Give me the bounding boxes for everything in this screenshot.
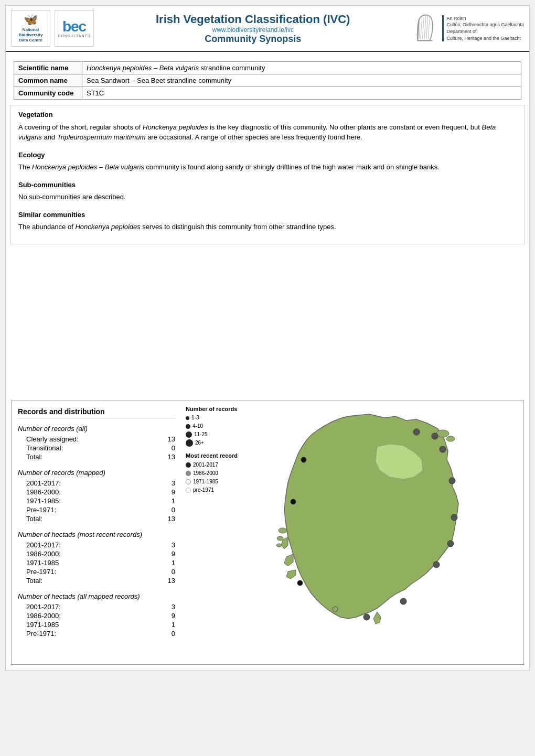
list-item: Total: 13 xyxy=(18,452,175,461)
svg-point-11 xyxy=(436,430,449,437)
svg-point-15 xyxy=(440,446,446,452)
row-value: 1 xyxy=(159,621,175,629)
list-item: Total: 13 xyxy=(18,576,175,585)
row-value: 3 xyxy=(159,479,175,487)
bec-main-text: bec xyxy=(62,19,86,34)
community-info-table: Scientific name Honckenya peploides – Be… xyxy=(14,61,521,100)
svg-point-21 xyxy=(363,614,370,620)
main-content-wrapper: Vegetation A covering of the short, regu… xyxy=(10,105,525,244)
row-label: 1971-1985: xyxy=(26,497,61,505)
row-label: Pre-1971: xyxy=(26,630,56,638)
row-value: 0 xyxy=(159,444,175,452)
list-item: 1986-2000: 9 xyxy=(18,549,175,558)
row-value: 0 xyxy=(159,506,175,514)
row-value: 13 xyxy=(159,435,175,443)
similar-communities-section: Similar communities The abundance of Hon… xyxy=(18,210,517,232)
sub-communities-section: Sub-communities No sub-communities are d… xyxy=(18,180,517,202)
list-item: Clearly assigned: 13 xyxy=(18,435,175,444)
legend-label: 1971-1985 xyxy=(193,478,218,486)
row-label: 2001-2017: xyxy=(26,541,61,549)
page-header: 🦋 NationalBiodiversityData Centre bec CO… xyxy=(6,6,529,52)
group-all-title: Number of records (all) xyxy=(18,425,175,433)
row-value: 1 xyxy=(159,497,175,505)
row-label: Pre-1971: xyxy=(26,568,56,576)
nbdc-logo: 🦋 NationalBiodiversityData Centre xyxy=(11,10,50,47)
records-title: Records and distribution xyxy=(18,407,175,418)
dept-line3: Department of xyxy=(446,29,476,34)
row-value: 9 xyxy=(159,612,175,620)
common-name-value: Sea Sandwort – Sea Beet strandline commu… xyxy=(82,74,521,87)
legend-item: 1971-1985 xyxy=(186,478,238,486)
row-value: 1 xyxy=(159,559,175,567)
similar-communities-body: The abundance of Honckenya peploides ser… xyxy=(18,222,517,232)
row-value: 0 xyxy=(159,630,175,638)
row-label: Transitional: xyxy=(26,444,63,452)
group-mapped-title: Number of records (mapped) xyxy=(18,469,175,477)
list-item: 2001-2017: 3 xyxy=(18,479,175,488)
content-section: Vegetation A covering of the short, regu… xyxy=(10,105,525,244)
website-url[interactable]: www.biodiversityireland.ie/ivc xyxy=(212,26,294,34)
records-group-mapped: Number of records (mapped) 2001-2017: 3 … xyxy=(18,469,175,523)
records-right: Number of records 1-3 4-10 11-25 xyxy=(186,407,517,658)
svg-line-7 xyxy=(429,17,430,39)
svg-line-4 xyxy=(423,17,424,39)
row-value: 3 xyxy=(159,603,175,611)
list-item: 2001-2017: 3 xyxy=(18,602,175,611)
row-label: 1986-2000: xyxy=(26,612,61,620)
row-value: 13 xyxy=(159,515,175,523)
legend-label: pre-1971 xyxy=(193,486,214,494)
ecology-section: Ecology The Honckenya peploides – Beta v… xyxy=(18,150,517,172)
scientific-name-value: Honckenya peploides – Beta vulgaris stra… xyxy=(82,62,521,74)
bird-icon: 🦋 xyxy=(24,13,38,27)
bec-sub-text: CONSULTANTS xyxy=(58,34,90,38)
svg-point-17 xyxy=(451,514,457,521)
header-title-block: Irish Vegetation Classification (IVC) ww… xyxy=(99,10,406,47)
legend-label: 11-25 xyxy=(194,430,208,439)
logos-container: 🦋 NationalBiodiversityData Centre bec CO… xyxy=(11,10,94,47)
row-value: 3 xyxy=(159,541,175,549)
group-hectads-recent-title: Number of hectads (most recent records) xyxy=(18,531,175,538)
svg-point-12 xyxy=(446,436,455,441)
vegetation-body: A covering of the short, regular shoots … xyxy=(18,122,517,143)
legend-item: 1-3 xyxy=(186,414,238,422)
legend-recent-title: Most recent record xyxy=(186,451,238,461)
svg-point-19 xyxy=(433,561,440,568)
ecology-title: Ecology xyxy=(18,150,517,160)
svg-point-8 xyxy=(279,528,287,533)
legend-item: 26+ xyxy=(186,439,238,447)
list-item: Transitional: 0 xyxy=(18,444,175,452)
row-label: 2001-2017: xyxy=(26,479,61,487)
similar-communities-title: Similar communities xyxy=(18,210,517,220)
bec-logo: bec CONSULTANTS xyxy=(55,10,94,47)
table-row: Common name Sea Sandwort – Sea Beet stra… xyxy=(14,74,521,87)
records-group-hectads-recent: Number of hectads (most recent records) … xyxy=(18,531,175,585)
legend-item: 2001-2017 xyxy=(186,461,238,469)
ecology-body: The Honckenya peploides – Beta vulgaris … xyxy=(18,162,517,172)
list-item: Total: 13 xyxy=(18,514,175,523)
legend-label: 4-10 xyxy=(192,422,203,430)
nbdc-label: NationalBiodiversityData Centre xyxy=(19,27,43,44)
table-row: Scientific name Honckenya peploides – Be… xyxy=(14,62,521,74)
dept-line1: An Roinn xyxy=(446,16,466,21)
group-hectads-all-title: Number of hectads (all mapped records) xyxy=(18,592,175,600)
legend-label: 1-3 xyxy=(191,414,199,422)
department-info: An Roinn Cultúir, Oidhreachta agus Gaelt… xyxy=(442,15,524,41)
scientific-name-label: Scientific name xyxy=(14,62,82,74)
table-row: Community code ST1C xyxy=(14,87,521,100)
legend-label: 2001-2017 xyxy=(193,461,218,469)
dot-icon xyxy=(186,416,189,420)
common-name-label: Common name xyxy=(14,74,82,87)
subtitle: Community Synopsis xyxy=(205,34,301,45)
list-item: Pre-1971: 0 xyxy=(18,505,175,514)
row-value: 9 xyxy=(159,550,175,558)
dot-icon xyxy=(186,439,193,447)
dept-line4: Culture, Heritage and the Gaeltacht xyxy=(446,36,521,41)
records-group-all: Number of records (all) Clearly assigned… xyxy=(18,425,175,461)
row-label: Total: xyxy=(26,453,42,461)
harp-icon xyxy=(412,13,438,44)
row-value: 0 xyxy=(159,568,175,576)
sub-communities-title: Sub-communities xyxy=(18,180,517,190)
community-code-value: ST1C xyxy=(82,87,521,100)
svg-point-23 xyxy=(291,499,296,504)
list-item: 1986-2000: 9 xyxy=(18,611,175,620)
